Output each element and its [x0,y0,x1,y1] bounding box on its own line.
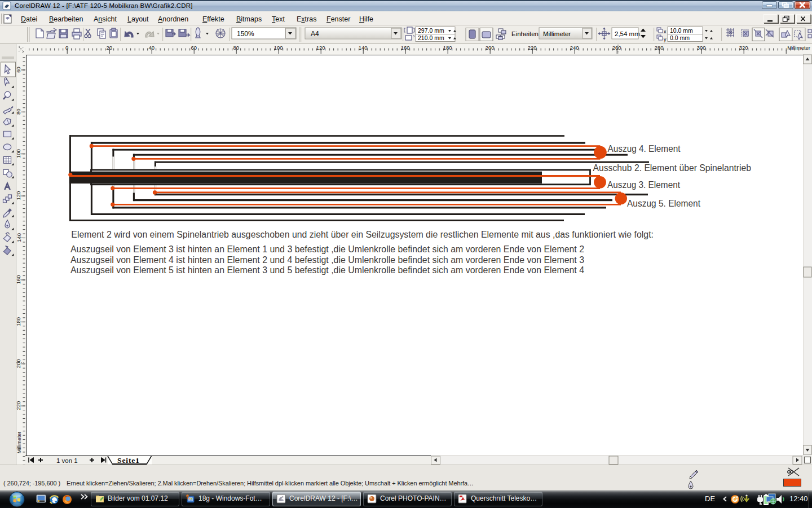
svg-text:100: 100 [274,45,283,51]
svg-text:60: 60 [191,45,197,51]
svg-text:0.0 mm: 0.0 mm [670,34,690,41]
svg-text:180: 180 [16,317,22,326]
svg-text:Auszugseil von Element 3 ist h: Auszugseil von Element 3 ist hinten an E… [70,244,584,254]
svg-text:A4: A4 [311,30,319,38]
svg-text:240: 240 [570,45,579,51]
svg-text:y: y [664,37,667,42]
svg-text:Millimeter: Millimeter [16,432,22,454]
svg-text:140: 140 [16,233,22,242]
svg-text:280: 280 [655,45,664,51]
svg-text:260: 260 [612,45,621,51]
svg-text:180: 180 [443,45,452,51]
svg-text:100: 100 [16,149,22,158]
svg-text:Ausschub 2. Element über Spine: Ausschub 2. Element über Spinelantrieb [593,163,752,173]
svg-text:150%: 150% [237,30,254,38]
svg-text:Auszug 4. Element: Auszug 4. Element [608,144,681,154]
svg-text:140: 140 [359,45,368,51]
svg-text:Millimeter: Millimeter [787,45,810,51]
svg-text:220: 220 [528,45,537,51]
svg-text:160: 160 [401,45,410,51]
svg-text:0: 0 [65,45,68,51]
svg-text:Auszugseil von Element 5 ist h: Auszugseil von Element 5 ist hinten an E… [70,265,584,275]
svg-text:160: 160 [16,275,22,284]
svg-text:Auszug 5. Element: Auszug 5. Element [627,199,701,208]
svg-text:210.0 mm: 210.0 mm [418,34,444,41]
svg-text:40: 40 [148,45,155,51]
svg-text:Element 2 wird von einem Spine: Element 2 wird von einem Spinelantrieb a… [71,230,654,239]
svg-text:60: 60 [16,67,22,73]
svg-text:320: 320 [739,45,748,51]
svg-text:220: 220 [16,401,22,410]
svg-text:120: 120 [16,191,22,200]
svg-text:2,54 mm: 2,54 mm [615,30,640,37]
svg-text:Auszug 3. Element: Auszug 3. Element [607,180,681,190]
svg-text:80: 80 [233,45,239,51]
svg-text:Auszugseil von Element 4 ist h: Auszugseil von Element 4 ist hinten an E… [70,255,584,265]
svg-text:x: x [664,29,667,34]
svg-text:200: 200 [16,359,22,368]
svg-text:200: 200 [486,45,495,51]
svg-text:297.0 mm: 297.0 mm [418,27,444,34]
svg-text:Einheiten:: Einheiten: [511,30,540,37]
svg-text:300: 300 [697,45,706,51]
svg-text:80: 80 [16,109,22,115]
svg-text:10.0 mm: 10.0 mm [670,27,693,34]
svg-text:120: 120 [316,45,325,51]
svg-text:20: 20 [106,45,112,51]
svg-text:Millimeter: Millimeter [543,30,571,37]
